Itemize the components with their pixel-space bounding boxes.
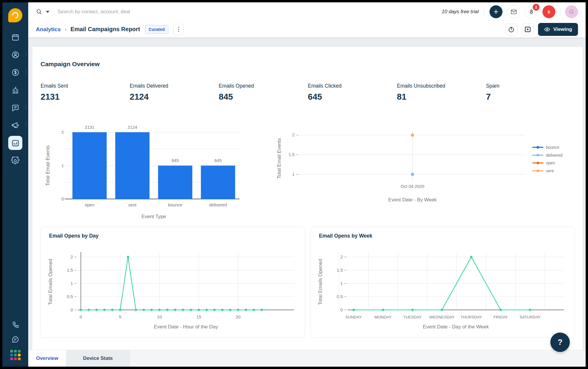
svg-text:SUNDAY: SUNDAY: [345, 315, 362, 319]
contacts-icon: [11, 51, 19, 59]
svg-text:delivered: delivered: [546, 153, 562, 158]
svg-text:2: 2: [61, 130, 64, 135]
search-scope-caret-icon[interactable]: [46, 11, 49, 13]
svg-text:645: 645: [214, 158, 222, 163]
svg-text:15: 15: [196, 314, 201, 319]
export-icon: [508, 26, 515, 33]
tab-device-stats[interactable]: Device Stats: [66, 350, 130, 367]
svg-text:0: 0: [71, 307, 73, 312]
viewing-button[interactable]: Viewing: [538, 23, 578, 36]
svg-text:845: 845: [172, 158, 179, 163]
notifications-button[interactable]: 5: [542, 5, 555, 18]
metric-emails-opened: Emails Opened845: [219, 83, 308, 102]
avatar[interactable]: G: [565, 5, 578, 18]
svg-text:Total Emails Opened: Total Emails Opened: [48, 259, 53, 305]
breadcrumb-chevron-icon: ›: [65, 27, 66, 32]
phone-icon[interactable]: [11, 321, 19, 329]
svg-text:0: 0: [61, 197, 64, 201]
help-button[interactable]: ?: [550, 333, 570, 352]
trial-banner: 10 days free trial: [442, 9, 479, 15]
conversations-kebab-icon[interactable]: [26, 105, 27, 109]
sidebar-item-conversations[interactable]: [8, 101, 22, 115]
svg-text:Event Date - Hour of the Day: Event Date - Hour of the Day: [154, 324, 218, 330]
deals-kebab-icon[interactable]: [26, 70, 27, 74]
deals-icon: [11, 69, 19, 76]
svg-text:0: 0: [340, 307, 343, 312]
section-title: Campaign Overview: [41, 61, 575, 68]
presentation-button[interactable]: [522, 23, 534, 36]
curated-badge: Curated: [145, 25, 169, 34]
svg-text:MONDAY: MONDAY: [375, 315, 392, 319]
svg-text:5: 5: [119, 314, 121, 319]
sidebar-item-accounts[interactable]: [8, 83, 22, 97]
sidebar-item-analytics[interactable]: [8, 136, 22, 150]
sidebar-item-deals[interactable]: [8, 65, 22, 79]
metrics-row: Emails Sent2131 Emails Delivered2124 Ema…: [41, 83, 575, 102]
svg-text:1.5: 1.5: [337, 268, 343, 273]
eye-icon: [544, 27, 550, 32]
email-opens-by-week-chart: 00.511.52SUNDAYMONDAYTUESDAYWEDNESDAYTHU…: [315, 241, 574, 330]
topbar: Search by contact, account, deal 10 days…: [28, 2, 586, 21]
svg-text:TUESDAY: TUESDAY: [403, 315, 422, 319]
page-title: Email Campaigns Report: [71, 26, 140, 33]
svg-text:bounce: bounce: [546, 145, 559, 150]
metric-spam: Spam7: [486, 83, 575, 102]
svg-text:2131: 2131: [85, 125, 94, 130]
svg-text:10: 10: [157, 314, 162, 319]
chat-bubble-icon[interactable]: [11, 335, 19, 343]
play-icon: [524, 26, 531, 33]
tab-overview[interactable]: Overview: [28, 350, 66, 367]
sidebar-item-contacts[interactable]: [8, 48, 22, 62]
svg-text:Event Date - By Week: Event Date - By Week: [388, 197, 437, 203]
quick-add-button[interactable]: +: [490, 5, 502, 18]
report-header: Analytics › Email Campaigns Report Curat…: [28, 21, 586, 38]
svg-text:delivered: delivered: [209, 203, 227, 207]
whats-new-badge: 2: [533, 4, 539, 11]
svg-text:Oct 04 2020: Oct 04 2020: [401, 184, 425, 189]
freshworks-logo-icon[interactable]: [8, 8, 22, 22]
email-button[interactable]: [507, 5, 520, 18]
search-icon: [36, 9, 42, 15]
gear-icon: [11, 156, 19, 165]
svg-text:THURSDAY: THURSDAY: [460, 315, 482, 319]
svg-text:bounce: bounce: [168, 203, 183, 207]
sidebar-item-calendar[interactable]: [8, 30, 22, 44]
screen: Search by contact, account, deal 10 days…: [0, 0, 588, 369]
whats-new-button[interactable]: 2: [525, 5, 538, 18]
campaigns-kebab-icon[interactable]: [26, 123, 27, 127]
breadcrumb-analytics-link[interactable]: Analytics: [36, 26, 61, 33]
email-opens-by-week-card: Email Opens by Week 00.511.52SUNDAYMONDA…: [310, 227, 575, 338]
svg-text:SATURDAY: SATURDAY: [519, 315, 541, 319]
metric-emails-delivered: Emails Delivered2124: [130, 83, 219, 102]
export-button[interactable]: [505, 23, 517, 36]
report-more-menu[interactable]: [173, 24, 184, 35]
svg-text:open: open: [85, 203, 94, 207]
svg-text:1: 1: [61, 163, 64, 168]
event-type-bar-chart: 0122131open2124sent845bounce645delivered…: [41, 120, 244, 221]
sidebar: [2, 2, 28, 367]
svg-text:2124: 2124: [128, 125, 137, 130]
campaign-overview-widget: Campaign Overview Emails Sent2131 Emails…: [32, 47, 583, 350]
svg-text:Total Email Events: Total Email Events: [276, 138, 282, 179]
svg-text:FRIDAY: FRIDAY: [494, 315, 508, 319]
svg-text:0: 0: [80, 314, 82, 319]
megaphone-icon: [11, 121, 19, 129]
email-opens-by-day-card: Email Opens by Day 00.511.5205101520Even…: [41, 227, 305, 338]
bar-chart-icon: [11, 139, 19, 147]
svg-text:2: 2: [292, 133, 295, 137]
app-switcher-icon[interactable]: [10, 350, 21, 360]
svg-text:0.5: 0.5: [337, 294, 343, 299]
svg-text:Total Emails Opened: Total Emails Opened: [318, 259, 323, 305]
svg-text:1.5: 1.5: [289, 152, 295, 157]
metric-emails-sent: Emails Sent2131: [41, 83, 130, 102]
chat-icon: [11, 104, 19, 112]
accounts-icon: [11, 86, 19, 94]
card-title: Email Opens by Day: [49, 233, 300, 239]
svg-text:WEDNESDAY: WEDNESDAY: [429, 315, 455, 319]
report-tabs: Overview Device Stats: [28, 350, 586, 367]
contacts-kebab-icon[interactable]: [26, 52, 27, 56]
global-search[interactable]: Search by contact, account, deal: [36, 9, 130, 15]
sidebar-item-campaigns[interactable]: [8, 118, 22, 132]
sidebar-item-settings[interactable]: [8, 153, 22, 168]
svg-text:sent: sent: [128, 203, 136, 207]
